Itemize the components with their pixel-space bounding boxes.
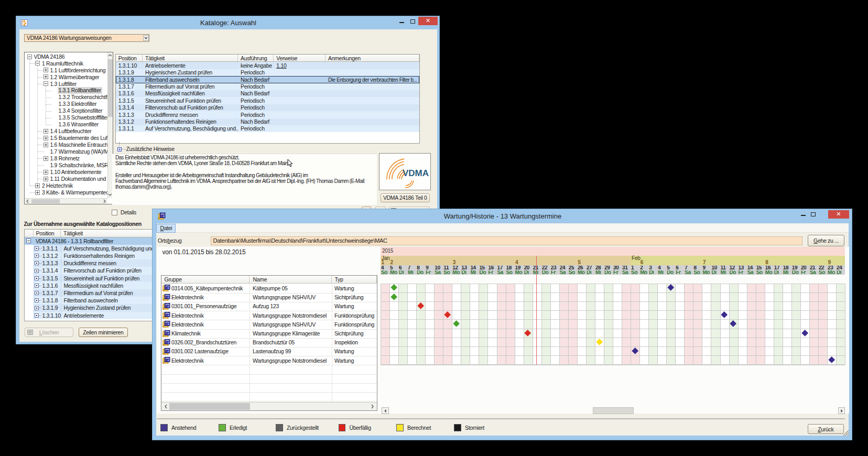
svg-text:VDMA: VDMA — [403, 168, 429, 178]
